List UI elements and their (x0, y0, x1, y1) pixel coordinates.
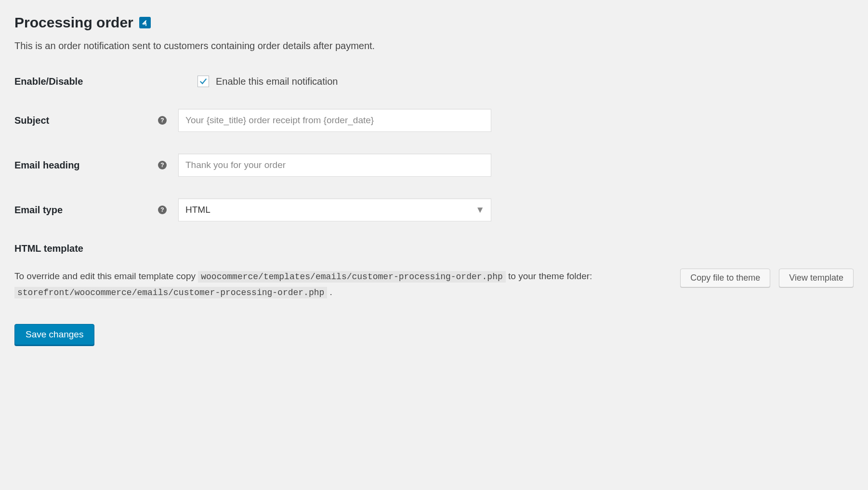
row-enable: Enable/Disable Enable this email notific… (14, 76, 854, 87)
label-type: Email type ? (14, 205, 178, 216)
template-text-after: . (327, 287, 332, 297)
row-type: Email type ? HTML ▼ (14, 198, 854, 221)
label-subject-text: Subject (14, 115, 49, 126)
template-text-middle: to your theme folder: (506, 271, 592, 281)
page-title-text: Processing order (14, 14, 133, 31)
help-icon[interactable]: ? (158, 206, 167, 214)
label-enable: Enable/Disable (14, 76, 178, 87)
label-subject: Subject ? (14, 115, 178, 126)
row-subject: Subject ? (14, 109, 854, 132)
copy-file-button[interactable]: Copy file to theme (680, 269, 770, 287)
enable-checkbox[interactable] (197, 76, 209, 87)
subject-control (178, 109, 491, 132)
enable-checkbox-label[interactable]: Enable this email notification (216, 76, 338, 87)
template-dest-path: storefront/woocommerce/emails/customer-p… (14, 287, 327, 298)
label-heading: Email heading ? (14, 160, 178, 171)
label-enable-text: Enable/Disable (14, 76, 83, 87)
template-heading: HTML template (14, 243, 854, 254)
heading-control (178, 154, 491, 177)
back-icon[interactable] (139, 17, 151, 28)
template-row: To override and edit this email template… (14, 269, 854, 300)
help-icon[interactable]: ? (158, 116, 167, 125)
type-select[interactable]: HTML (178, 198, 491, 221)
template-text-before: To override and edit this email template… (14, 271, 198, 281)
enable-control: Enable this email notification (197, 76, 338, 87)
heading-input[interactable] (178, 154, 491, 177)
template-source-path: woocommerce/templates/emails/customer-pr… (198, 271, 506, 283)
label-heading-text: Email heading (14, 160, 80, 171)
template-actions: Copy file to theme View template (680, 269, 854, 287)
label-type-text: Email type (14, 205, 63, 216)
row-heading: Email heading ? (14, 154, 854, 177)
save-button[interactable]: Save changes (14, 324, 94, 345)
page-description: This is an order notification sent to cu… (14, 40, 854, 52)
type-select-value: HTML (185, 205, 210, 215)
subject-input[interactable] (178, 109, 491, 132)
view-template-button[interactable]: View template (779, 269, 854, 287)
template-description: To override and edit this email template… (14, 269, 666, 300)
help-icon[interactable]: ? (158, 161, 167, 169)
page-title: Processing order (14, 14, 854, 31)
type-control: HTML ▼ (178, 198, 491, 221)
